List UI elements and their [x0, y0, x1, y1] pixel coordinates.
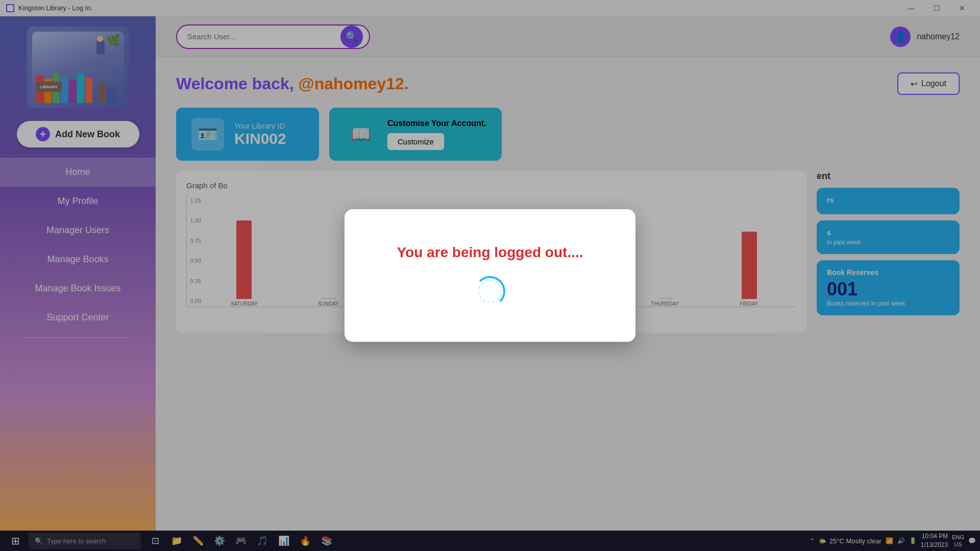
logout-modal: You are being logged out....	[345, 209, 635, 342]
logout-message: You are being logged out....	[397, 244, 583, 261]
loading-spinner	[475, 276, 505, 307]
logout-overlay: You are being logged out....	[0, 0, 980, 551]
